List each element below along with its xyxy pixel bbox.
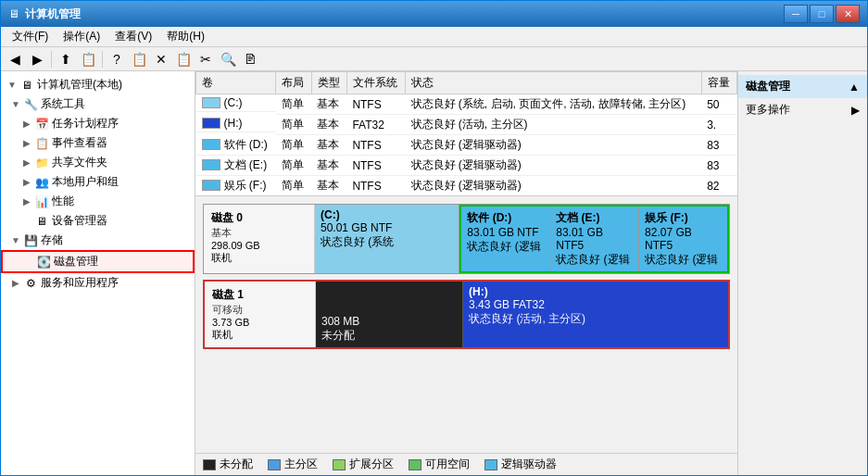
cell-size: 83 [701,135,736,156]
menu-view[interactable]: 查看(V) [107,27,159,46]
maximize-button[interactable]: □ [810,5,834,23]
legend-freespace: 可用空间 [409,457,470,472]
cell-size: 3. [701,115,736,135]
cell-status: 状态良好 (系统, 启动, 页面文件, 活动, 故障转储, 主分区) [406,94,702,115]
services-label: 服务和应用程序 [41,275,119,291]
cell-type: 基本 [311,176,346,196]
menu-action[interactable]: 操作(A) [56,27,107,46]
task-expand: ▶ [19,117,34,132]
title-bar: 🖥 计算机管理 ─ □ ✕ [1,1,867,27]
up-button[interactable]: ⬆ [56,50,76,69]
forward-button[interactable]: ▶ [27,50,47,69]
sidebar-item-storage[interactable]: ▼ 💾 存储 [1,231,195,250]
disk0-row: 磁盘 0 基本 298.09 GB 联机 (C:) 50.01 GB NTF 状… [203,204,730,274]
sidebar-item-disk-management[interactable]: 💽 磁盘管理 [1,250,195,273]
cell-layout: 简单 [276,176,311,196]
legend-unallocated: 未分配 [203,457,253,472]
partition-h-status: 状态良好 (活动, 主分区) [469,311,723,327]
sidebar-item-local-users[interactable]: ▶ 👥 本地用户和组 [1,172,195,192]
disk1-row: 磁盘 1 可移动 3.73 GB 联机 308 MB 未分配 (H:) [203,280,730,349]
delete-button[interactable]: ✕ [151,50,171,69]
computer-icon: 🖥 [19,78,34,93]
cell-status: 状态良好 (逻辑驱动器) [406,135,702,156]
col-fs: 文件系统 [346,72,405,94]
ops-more-actions[interactable]: 更多操作 ▶ [738,98,867,121]
cell-layout: 简单 [276,115,311,135]
sidebar-item-performance[interactable]: ▶ 📊 性能 [1,192,195,211]
disk-visual-area: 磁盘 0 基本 298.09 GB 联机 (C:) 50.01 GB NTF 状… [195,196,737,453]
system-tools-label: 系统工具 [41,96,85,112]
table-row[interactable]: (H:) 简单 基本 FAT32 状态良好 (活动, 主分区) 3. [196,115,737,135]
menu-file[interactable]: 文件(F) [5,27,56,46]
system-tools-icon: 🔧 [23,97,38,112]
disk-mgmt-expand [21,255,36,269]
cell-fs: FAT32 [346,115,405,135]
sidebar-item-event-viewer[interactable]: ▶ 📋 事件查看器 [1,133,195,153]
operations-panel: 磁盘管理 ▲ 更多操作 ▶ [737,71,867,475]
cell-type: 基本 [311,135,346,156]
properties-button[interactable]: 📋 [173,50,194,69]
copy-button[interactable]: 📋 [129,50,149,69]
cell-status: 状态良好 (逻辑驱动器) [406,156,702,176]
event-icon: 📋 [34,136,49,151]
cell-fs: NTFS [346,176,405,196]
sidebar-item-shared-folders[interactable]: ▶ 📁 共享文件夹 [1,153,195,172]
services-icon: ⚙ [23,276,38,291]
toolbar: ◀ ▶ ⬆ 📋 ? 📋 ✕ 📋 ✂ 🔍 🖹 [1,47,867,71]
table-row[interactable]: 软件 (D:) 简单 基本 NTFS 状态良好 (逻辑驱动器) 83 [196,135,737,156]
close-button[interactable]: ✕ [836,5,860,23]
ops-collapse-icon[interactable]: ▲ [849,81,860,94]
back-button[interactable]: ◀ [5,50,25,69]
shared-label: 共享文件夹 [52,155,107,170]
legend-extended-label: 扩展分区 [349,457,394,472]
disk1-name: 磁盘 1 [212,287,308,303]
cell-vol: 软件 (D:) [196,135,276,156]
disk1-info: 磁盘 1 可移动 3.73 GB 联机 [205,282,316,347]
disk-mgmt-icon: 💽 [36,255,51,269]
table-row[interactable]: (C:) 简单 基本 NTFS 状态良好 (系统, 启动, 页面文件, 活动, … [196,94,737,115]
partition-h-size: 3.43 GB FAT32 [469,298,723,311]
legend-unallocated-color [203,459,216,470]
partition-d-label: 软件 (D:) [467,210,544,226]
refresh-button[interactable]: 🖹 [240,50,260,69]
users-label: 本地用户和组 [52,174,119,190]
search-button[interactable]: ✂ [195,50,216,69]
table-row[interactable]: 娱乐 (F:) 简单 基本 NTFS 状态良好 (逻辑驱动器) 82 [196,176,737,196]
system-tools-expand: ▼ [8,97,23,112]
event-label: 事件查看器 [52,135,107,151]
table-row[interactable]: 文档 (E:) 简单 基本 NTFS 状态良好 (逻辑驱动器) 83 [196,156,737,176]
sidebar-root[interactable]: ▼ 🖥 计算机管理(本地) [1,75,195,94]
disk1-unallocated[interactable]: 308 MB 未分配 [316,282,463,347]
disk0-partition-f[interactable]: 娱乐 (F:) 82.07 GB NTF5 状态良好 (逻辑 [639,207,727,271]
sidebar-item-services[interactable]: ▶ ⚙ 服务和应用程序 [1,273,195,293]
disk0-partitions: (C:) 50.01 GB NTF 状态良好 (系统 软件 (D:) 83.01… [315,205,729,273]
sidebar-item-system-tools[interactable]: ▼ 🔧 系统工具 [1,94,195,114]
storage-expand: ▼ [8,233,23,248]
col-type: 类型 [311,72,346,94]
col-status: 状态 [406,72,702,94]
window-icon: 🖥 [8,7,19,20]
cell-fs: NTFS [346,94,405,115]
help-button[interactable]: ? [107,50,127,69]
minimize-button[interactable]: ─ [784,5,808,23]
unalloc-size: 308 MB [321,315,457,328]
users-icon: 👥 [34,175,49,190]
perf-label: 性能 [52,194,74,209]
cell-type: 基本 [311,94,346,115]
partition-e-status: 状态良好 (逻辑 [556,252,633,268]
right-panel: 卷 布局 类型 文件系统 状态 容量 (C:) 简单 [195,71,737,475]
unalloc-label: 未分配 [321,328,457,344]
partition-c-label: (C:) [321,208,453,221]
disk0-partition-e[interactable]: 文档 (E:) 83.01 GB NTF5 状态良好 (逻辑 [550,207,639,271]
sidebar-root-label: 计算机管理(本地) [37,77,122,93]
show-hide-button[interactable]: 📋 [78,50,98,69]
toolbar-separator-2 [102,51,103,68]
storage-label: 存储 [41,232,63,248]
menu-help[interactable]: 帮助(H) [159,27,212,46]
sidebar-item-device-manager[interactable]: 🖥 设备管理器 [1,211,195,231]
disk1-partition-h[interactable]: (H:) 3.43 GB FAT32 状态良好 (活动, 主分区) [463,282,728,347]
filter-button[interactable]: 🔍 [218,50,238,69]
sidebar-item-task-scheduler[interactable]: ▶ 📅 任务计划程序 [1,114,195,133]
disk0-partition-d[interactable]: 软件 (D:) 83.01 GB NTF 状态良好 (逻辑 [461,207,550,271]
disk0-partition-c[interactable]: (C:) 50.01 GB NTF 状态良好 (系统 [315,205,459,273]
